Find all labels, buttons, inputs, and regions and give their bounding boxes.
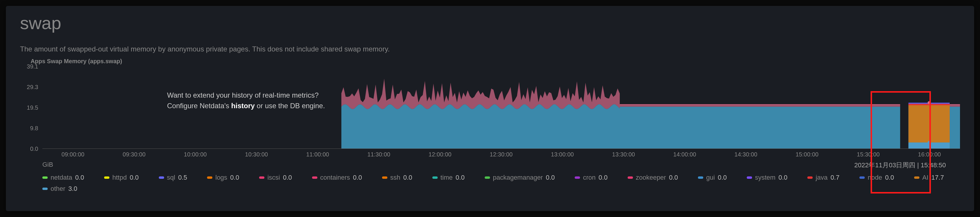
legend-item-AI[interactable]: AI17.7 — [914, 174, 944, 181]
legend-value: 0.0 — [546, 174, 555, 181]
history-hint-line2: Configure Netdata's history or use the D… — [167, 101, 325, 111]
x-tick: 16:00:00 — [899, 151, 960, 158]
legend-item-netdata[interactable]: netdata0.0 — [42, 174, 84, 181]
x-tick: 15:30:00 — [838, 151, 899, 158]
legend-swatch-icon — [259, 176, 264, 179]
x-tick: 13:00:00 — [532, 151, 593, 158]
y-tick: 29.3 — [27, 84, 38, 90]
legend-item-logs[interactable]: logs0.0 — [207, 174, 239, 181]
legend-item-node[interactable]: node0.0 — [859, 174, 894, 181]
legend-item-system[interactable]: system0.0 — [747, 174, 788, 181]
legend-name: time — [441, 174, 453, 181]
legend-item-java[interactable]: java0.7 — [807, 174, 839, 181]
x-axis-labels: 09:00:0009:30:0010:00:0010:30:0011:00:00… — [42, 151, 960, 158]
history-hint-line1: Want to extend your history of real-time… — [167, 90, 325, 101]
x-tick: 11:00:00 — [287, 151, 348, 158]
legend-item-httpd[interactable]: httpd0.0 — [104, 174, 139, 181]
legend-name: AI — [922, 174, 929, 181]
legend-swatch-icon — [382, 176, 387, 179]
y-tick: 0.0 — [30, 146, 38, 152]
legend-item-gui[interactable]: gui0.0 — [698, 174, 727, 181]
legend-value: 17.7 — [931, 174, 944, 181]
legend-value: 3.0 — [68, 185, 77, 193]
history-hint: Want to extend your history of real-time… — [167, 90, 325, 111]
chart-area[interactable]: 39.1 29.3 19.5 9.8 0.0 Want to extend yo… — [20, 67, 960, 149]
legend-swatch-icon — [575, 176, 580, 179]
legend-item-other[interactable]: other3.0 — [42, 185, 77, 193]
x-tick: 14:30:00 — [715, 151, 776, 158]
legend-item-iscsi[interactable]: iscsi0.0 — [259, 174, 292, 181]
legend-swatch-icon — [859, 176, 865, 179]
x-tick: 15:00:00 — [776, 151, 838, 158]
legend-swatch-icon — [159, 176, 164, 179]
legend-item-time[interactable]: time0.0 — [432, 174, 465, 181]
x-tick: 11:30:00 — [348, 151, 409, 158]
legend-swatch-icon — [42, 188, 48, 190]
legend-swatch-icon — [807, 176, 813, 179]
x-tick: 14:00:00 — [654, 151, 715, 158]
chart-title: Apps Swap Memory (apps.swap) — [30, 58, 960, 65]
x-tick: 10:00:00 — [165, 151, 226, 158]
legend-name: logs — [215, 174, 227, 181]
legend-name: packagemanager — [493, 174, 543, 181]
legend-name: other — [51, 185, 65, 193]
legend-swatch-icon — [432, 176, 438, 179]
legend-item-cron[interactable]: cron0.0 — [575, 174, 607, 181]
legend-swatch-icon — [312, 176, 317, 179]
legend-name: zookeeper — [636, 174, 666, 181]
legend-value: 0.0 — [885, 174, 894, 181]
panel-title: swap — [20, 13, 960, 33]
legend-swatch-icon — [628, 176, 633, 179]
svg-point-3 — [928, 141, 931, 144]
legend: netdata0.0httpd0.0sql0.5logs0.0iscsi0.0c… — [42, 174, 960, 193]
legend-value: 0.0 — [456, 174, 465, 181]
svg-point-2 — [928, 101, 931, 104]
legend-item-zookeeper[interactable]: zookeeper0.0 — [628, 174, 678, 181]
legend-item-containers[interactable]: containers0.0 — [312, 174, 362, 181]
timestamp: 2022年11月03日周四 | 15:48:50 — [854, 161, 946, 169]
x-tick: 12:00:00 — [409, 151, 471, 158]
legend-value: 0.0 — [230, 174, 239, 181]
legend-value: 0.0 — [669, 174, 678, 181]
legend-swatch-icon — [747, 176, 752, 179]
legend-name: sql — [167, 174, 175, 181]
legend-name: system — [755, 174, 776, 181]
legend-value: 0.0 — [718, 174, 727, 181]
legend-name: ssh — [390, 174, 400, 181]
y-tick: 19.5 — [27, 105, 38, 111]
y-tick: 39.1 — [27, 63, 38, 70]
legend-swatch-icon — [914, 176, 920, 179]
legend-item-ssh[interactable]: ssh0.0 — [382, 174, 412, 181]
legend-value: 0.0 — [283, 174, 292, 181]
legend-name: gui — [706, 174, 715, 181]
legend-swatch-icon — [485, 176, 490, 179]
legend-value: 0.0 — [403, 174, 412, 181]
legend-swatch-icon — [698, 176, 703, 179]
x-tick: 09:00:00 — [42, 151, 103, 158]
legend-item-sql[interactable]: sql0.5 — [159, 174, 187, 181]
y-tick: 9.8 — [30, 125, 38, 132]
legend-name: iscsi — [267, 174, 280, 181]
legend-swatch-icon — [42, 176, 48, 179]
legend-swatch-icon — [104, 176, 110, 179]
legend-value: 0.0 — [353, 174, 362, 181]
legend-name: java — [816, 174, 827, 181]
chart-panel: swap The amount of swapped-out virtual m… — [6, 6, 974, 211]
legend-value: 0.0 — [778, 174, 788, 181]
x-tick: 12:30:00 — [471, 151, 532, 158]
x-tick: 13:30:00 — [593, 151, 654, 158]
x-tick: 10:30:00 — [226, 151, 287, 158]
legend-item-packagemanager[interactable]: packagemanager0.0 — [485, 174, 555, 181]
legend-name: containers — [320, 174, 350, 181]
legend-value: 0.0 — [598, 174, 608, 181]
svg-rect-1 — [900, 67, 908, 149]
legend-name: netdata — [51, 174, 72, 181]
x-tick: 09:30:00 — [103, 151, 165, 158]
legend-name: node — [868, 174, 882, 181]
legend-name: cron — [583, 174, 596, 181]
history-link[interactable]: history — [231, 102, 255, 110]
legend-name: httpd — [112, 174, 127, 181]
legend-value: 0.0 — [130, 174, 139, 181]
legend-value: 0.7 — [830, 174, 840, 181]
legend-value: 0.5 — [178, 174, 187, 181]
